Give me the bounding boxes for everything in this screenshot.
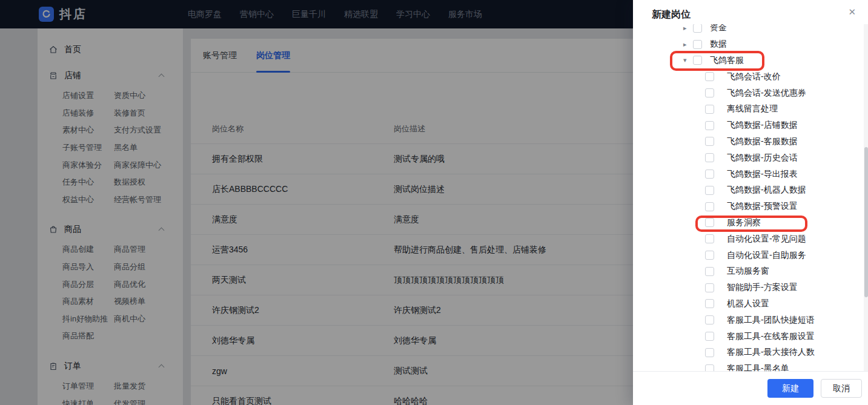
tree-item-label: 互动服务窗 xyxy=(727,266,769,277)
tree-item[interactable]: 飞鸽数据-历史会话 xyxy=(633,150,863,166)
tree-item[interactable]: 飞鸽数据-客服数据 xyxy=(633,134,863,150)
modal-backdrop[interactable] xyxy=(0,0,633,405)
tree-item-data[interactable]: 数据 xyxy=(633,36,863,53)
checkbox[interactable] xyxy=(705,218,714,227)
checkbox[interactable] xyxy=(705,88,714,97)
modal-title: 新建岗位 xyxy=(652,8,691,21)
tree-item-label: 飞鸽会话-发送优惠券 xyxy=(727,88,806,99)
tree-item[interactable]: 客服工具-在线客服设置 xyxy=(633,328,863,344)
tree-item-label: 客服工具-黑名单 xyxy=(727,363,789,371)
tree-item[interactable]: 智能助手-方案设置 xyxy=(633,280,863,296)
caret-right-icon[interactable] xyxy=(683,24,693,32)
tree-item-label: 飞鸽数据-历史会话 xyxy=(727,153,798,163)
checkbox[interactable] xyxy=(705,234,714,243)
checkbox[interactable] xyxy=(705,121,714,130)
tree-item-label: 客服工具-团队快捷短语 xyxy=(727,315,815,326)
tree-item-funds[interactable]: 资金 xyxy=(633,24,863,36)
tree-item-feige-service[interactable]: 飞鸽客服 xyxy=(633,53,863,69)
tree-item[interactable]: 飞鸽会话-发送优惠券 xyxy=(633,85,863,101)
tree-item[interactable]: 飞鸽会话-改价 xyxy=(633,68,863,85)
checkbox[interactable] xyxy=(705,299,714,308)
checkbox[interactable] xyxy=(705,332,714,341)
tree-item[interactable]: 飞鸽数据-导出报表 xyxy=(633,166,863,182)
checkbox[interactable] xyxy=(693,56,702,65)
tree-item-label: 飞鸽数据-导出报表 xyxy=(727,169,798,180)
tree-item[interactable]: 飞鸽数据-机器人数据 xyxy=(633,182,863,199)
caret-right-icon[interactable] xyxy=(683,41,693,48)
tree-item[interactable]: 客服工具-最大接待人数 xyxy=(633,344,863,361)
tree-item-label: 客服工具-最大接待人数 xyxy=(727,347,815,358)
checkbox[interactable] xyxy=(705,283,714,292)
new-position-modal: 新建岗位 资金 数据 飞鸽客服 飞鸽会话-改价 xyxy=(633,0,868,405)
checkbox[interactable] xyxy=(705,105,714,114)
tree-item-label: 数据 xyxy=(710,39,727,50)
tree-item-label: 飞鸽数据-预警设置 xyxy=(727,201,798,212)
checkbox[interactable] xyxy=(705,170,714,179)
tree-item-label: 自动化设置-常见问题 xyxy=(727,234,806,245)
tree-item-service-insight[interactable]: 服务洞察 xyxy=(633,215,863,231)
checkbox[interactable] xyxy=(705,186,714,195)
tree-item[interactable]: 飞鸽数据-预警设置 xyxy=(633,199,863,215)
tree-item-label: 客服工具-在线客服设置 xyxy=(727,331,815,342)
tree-item[interactable]: 客服工具-团队快捷短语 xyxy=(633,312,863,328)
tree-item-label: 飞鸽数据-客服数据 xyxy=(727,136,798,147)
scrollbar-thumb[interactable] xyxy=(864,147,868,297)
checkbox[interactable] xyxy=(705,153,714,162)
tree-item-label: 机器人设置 xyxy=(727,298,769,309)
tree-item[interactable]: 互动服务窗 xyxy=(633,263,863,280)
permission-tree: 资金 数据 飞鸽客服 飞鸽会话-改价 飞鸽会话-发送优惠券 xyxy=(633,24,863,371)
tree-item[interactable]: 自动化设置-自助服务 xyxy=(633,247,863,263)
checkbox[interactable] xyxy=(705,364,714,371)
caret-down-icon[interactable] xyxy=(683,56,693,64)
tree-item-label: 服务洞察 xyxy=(727,217,761,228)
checkbox[interactable] xyxy=(693,40,702,49)
tree-item-label: 资金 xyxy=(710,24,727,33)
checkbox[interactable] xyxy=(705,202,714,211)
tree-item[interactable]: 机器人设置 xyxy=(633,296,863,312)
checkbox[interactable] xyxy=(705,267,714,276)
tree-item-label: 飞鸽客服 xyxy=(710,55,744,66)
checkbox[interactable] xyxy=(705,251,714,260)
create-button[interactable]: 新建 xyxy=(767,379,813,398)
checkbox[interactable] xyxy=(705,315,714,324)
tree-item-label: 自动化设置-自助服务 xyxy=(727,250,806,261)
tree-item[interactable]: 离线留言处理 xyxy=(633,101,863,117)
tree-item[interactable]: 自动化设置-常见问题 xyxy=(633,231,863,247)
checkbox[interactable] xyxy=(693,24,702,33)
checkbox[interactable] xyxy=(705,137,714,146)
tree-item[interactable]: 客服工具-黑名单 xyxy=(633,361,863,371)
tree-item-label: 智能助手-方案设置 xyxy=(727,282,798,293)
checkbox[interactable] xyxy=(705,348,714,357)
modal-footer: 新建 取消 xyxy=(633,371,868,405)
cancel-button[interactable]: 取消 xyxy=(821,379,862,398)
tree-item-label: 飞鸽数据-店铺数据 xyxy=(727,120,798,131)
tree-item-label: 飞鸽会话-改价 xyxy=(727,71,781,82)
tree-item[interactable]: 飞鸽数据-店铺数据 xyxy=(633,117,863,134)
close-icon[interactable] xyxy=(848,7,856,16)
tree-item-label: 离线留言处理 xyxy=(727,104,778,114)
tree-item-label: 飞鸽数据-机器人数据 xyxy=(727,185,806,196)
checkbox[interactable] xyxy=(705,72,714,81)
